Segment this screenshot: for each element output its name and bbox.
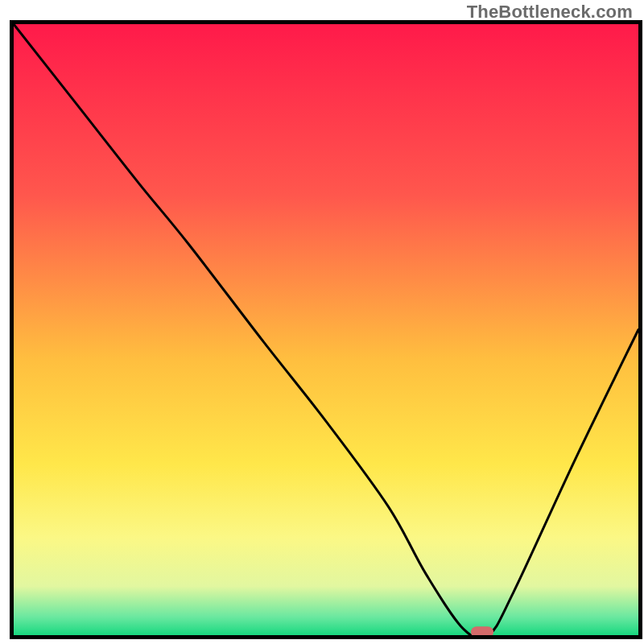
- chart-container: TheBottleneck.com: [0, 0, 644, 644]
- watermark-text: TheBottleneck.com: [467, 2, 633, 23]
- gradient-background: [14, 24, 638, 635]
- bottleneck-chart: [0, 0, 644, 644]
